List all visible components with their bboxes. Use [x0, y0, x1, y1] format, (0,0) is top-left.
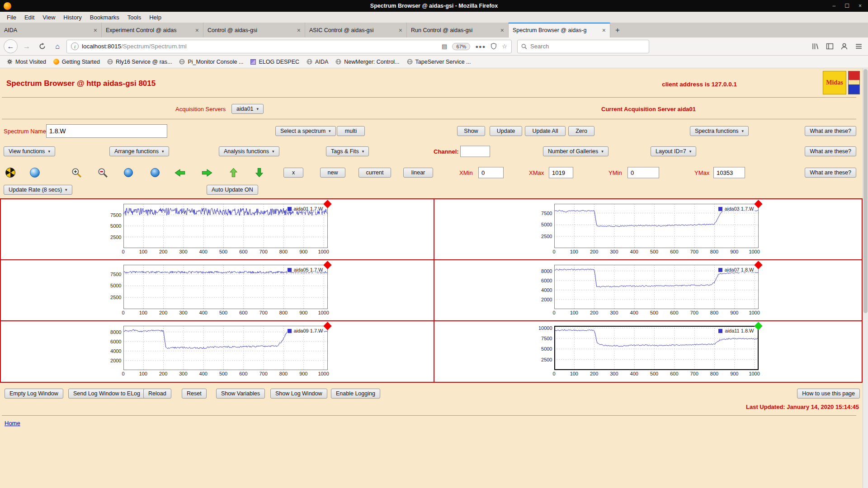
ymax-input[interactable]	[713, 167, 745, 178]
bookmark-tapeserver[interactable]: TapeServer Service ...	[404, 57, 474, 66]
update-rate-dropdown[interactable]: Update Rate (8 secs)▾	[4, 185, 72, 195]
tab-asic-control[interactable]: ASIC Control @ aidas-gsi ×	[305, 23, 407, 38]
close-icon[interactable]: ×	[859, 3, 862, 9]
spectra-functions-dropdown[interactable]: Spectra functions▾	[690, 126, 749, 136]
page-scrollbar[interactable]	[863, 68, 868, 488]
globe-icon-2[interactable]	[149, 167, 161, 178]
ymin-input[interactable]	[627, 167, 659, 178]
bookmark-most-visited[interactable]: Most Visited	[4, 57, 49, 66]
how-to-use-button[interactable]: How to use this page	[797, 389, 860, 399]
zoom-in-icon[interactable]	[71, 167, 82, 178]
protection-shield-icon[interactable]	[491, 43, 497, 50]
show-log-window-button[interactable]: Show Log Window	[270, 389, 327, 399]
bookmark-elog-despec[interactable]: ELOG DESPEC	[247, 57, 302, 66]
xmax-input[interactable]	[549, 167, 573, 178]
tags-fits-dropdown[interactable]: Tags & Fits▾	[326, 146, 369, 156]
tab-close-icon[interactable]: ×	[195, 27, 199, 34]
linear-button[interactable]: linear	[403, 168, 433, 178]
show-button[interactable]: Show	[457, 126, 485, 136]
radioactive-icon[interactable]	[5, 167, 16, 178]
send-log-to-elog-button[interactable]: Send Log Window to ELog	[68, 389, 145, 399]
tab-aida[interactable]: AIDA ×	[0, 23, 102, 38]
layout-id-dropdown[interactable]: Layout ID=7▾	[651, 146, 696, 156]
spectrum-panel-4[interactable]: 2000400060008000010020030040050060070080…	[434, 260, 862, 321]
zoom-out-icon[interactable]	[97, 167, 108, 178]
number-of-galleries-dropdown[interactable]: Number of Galleries▾	[543, 146, 609, 156]
current-button[interactable]: current	[359, 168, 391, 178]
reader-view-icon[interactable]: ▤	[442, 43, 447, 50]
tab-spectrum-browser[interactable]: Spectrum Browser @ aidas-g ×	[509, 23, 610, 38]
scrollbar-thumb[interactable]	[863, 69, 868, 313]
tab-run-control[interactable]: Run Control @ aidas-gsi ×	[407, 23, 509, 38]
site-info-icon[interactable]: i	[71, 42, 79, 50]
enable-logging-button[interactable]: Enable Logging	[331, 389, 380, 399]
menu-file[interactable]: File	[3, 13, 20, 22]
arrange-functions-dropdown[interactable]: Arrange functions▾	[109, 146, 169, 156]
forward-button[interactable]: →	[20, 40, 33, 53]
minimize-icon[interactable]: –	[833, 3, 836, 9]
spectrum-panel-6[interactable]: 2500500075001000001002003004005006007008…	[434, 321, 862, 382]
globe-icon-1[interactable]	[123, 167, 134, 178]
search-input[interactable]	[530, 43, 645, 50]
what-are-these-button[interactable]: What are these?	[805, 126, 856, 136]
xmin-input[interactable]	[478, 167, 504, 178]
menu-hamburger-icon[interactable]	[855, 42, 863, 50]
menu-tools[interactable]: Tools	[123, 13, 145, 22]
blue-sphere-icon[interactable]	[29, 167, 41, 178]
page-actions-icon[interactable]: ●●●	[475, 44, 486, 49]
tab-close-icon[interactable]: ×	[500, 27, 504, 34]
show-variables-button[interactable]: Show Variables	[216, 389, 265, 399]
view-functions-dropdown[interactable]: View functions▾	[4, 146, 55, 156]
sidebar-icon[interactable]	[826, 42, 834, 50]
tab-experiment-control[interactable]: Experiment Control @ aidas ×	[102, 23, 203, 38]
acquisition-server-select[interactable]: aida01▾	[231, 104, 264, 114]
menu-bookmarks[interactable]: Bookmarks	[86, 13, 123, 22]
analysis-functions-dropdown[interactable]: Analysis functions▾	[219, 146, 279, 156]
arrow-up-icon[interactable]	[227, 167, 239, 178]
url-bar[interactable]: i localhost:8015/Spectrum/Spectrum.tml ▤…	[66, 40, 512, 53]
menu-history[interactable]: History	[59, 13, 85, 22]
back-button[interactable]: ←	[4, 39, 18, 53]
arrow-right-icon[interactable]	[201, 167, 213, 178]
bookmark-newmerger[interactable]: NewMerger: Control...	[332, 57, 402, 66]
what-are-these-button[interactable]: What are these?	[805, 168, 856, 178]
zero-button[interactable]: Zero	[568, 126, 594, 136]
new-button[interactable]: new	[320, 168, 345, 178]
bookmark-aida[interactable]: AIDA	[303, 57, 331, 66]
update-all-button[interactable]: Update All	[525, 126, 566, 136]
update-button[interactable]: Update	[490, 126, 522, 136]
bookmark-star-icon[interactable]: ☆	[502, 43, 507, 50]
what-are-these-button[interactable]: What are these?	[805, 146, 856, 156]
reload-page-button[interactable]: Reload	[143, 389, 171, 399]
select-spectrum-dropdown[interactable]: Select a spectrum▾	[275, 126, 336, 136]
channel-input[interactable]	[460, 146, 490, 157]
home-link[interactable]: Home	[5, 420, 20, 427]
menu-help[interactable]: Help	[145, 13, 165, 22]
reload-button[interactable]	[36, 40, 48, 53]
spectrum-panel-3[interactable]: 2500500075000100200300400500600700800900…	[1, 260, 434, 321]
bookmark-getting-started[interactable]: Getting Started	[50, 57, 103, 66]
arrow-down-icon[interactable]	[253, 167, 265, 178]
tab-control[interactable]: Control @ aidas-gsi ×	[203, 23, 305, 38]
home-button[interactable]: ⌂	[51, 40, 64, 53]
x-axis-button[interactable]: x	[283, 168, 303, 178]
maximize-icon[interactable]: ☐	[844, 3, 849, 9]
spectrum-name-input[interactable]	[46, 124, 167, 138]
spectrum-panel-1[interactable]: 2500500075000100200300400500600700800900…	[1, 199, 434, 260]
menu-edit[interactable]: Edit	[20, 13, 38, 22]
multi-button[interactable]: multi	[337, 126, 365, 136]
spectrum-panel-2[interactable]: 2500500075000100200300400500600700800900…	[434, 199, 862, 260]
zoom-level-badge[interactable]: 67%	[452, 43, 470, 50]
reset-button[interactable]: Reset	[182, 389, 207, 399]
new-tab-button[interactable]: +	[610, 23, 625, 38]
arrow-left-icon[interactable]	[174, 167, 186, 178]
spectrum-panel-5[interactable]: 2000400060008000010020030040050060070080…	[1, 321, 434, 382]
account-icon[interactable]	[840, 42, 848, 50]
tab-close-icon[interactable]: ×	[297, 27, 301, 34]
tab-close-icon[interactable]: ×	[94, 27, 97, 34]
tab-close-icon[interactable]: ×	[602, 27, 606, 34]
menu-view[interactable]: View	[38, 13, 59, 22]
bookmark-rly16-service[interactable]: Rly16 Service @ ras...	[104, 57, 175, 66]
library-icon[interactable]	[811, 42, 819, 50]
tab-close-icon[interactable]: ×	[399, 27, 402, 34]
